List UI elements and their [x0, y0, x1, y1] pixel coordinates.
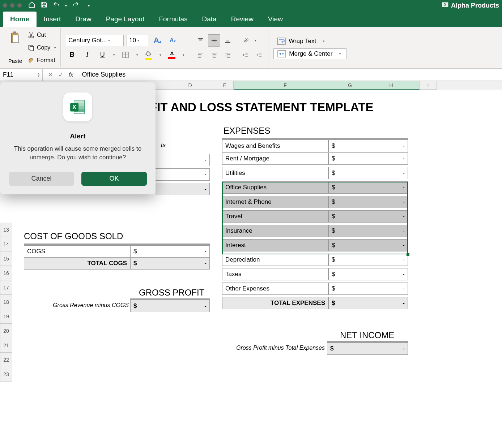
dialog-title: Alert: [9, 132, 147, 140]
cancel-button[interactable]: Cancel: [9, 172, 74, 186]
excel-app-icon: X: [63, 92, 92, 121]
dialog-overlay: X Alert This operation will cause some m…: [0, 0, 502, 448]
svg-rect-43: [74, 100, 85, 103]
ok-button[interactable]: OK: [81, 172, 147, 186]
alert-dialog: X Alert This operation will cause some m…: [0, 82, 156, 194]
svg-text:X: X: [72, 104, 76, 111]
dialog-message: This operation will cause some merged ce…: [9, 145, 147, 162]
